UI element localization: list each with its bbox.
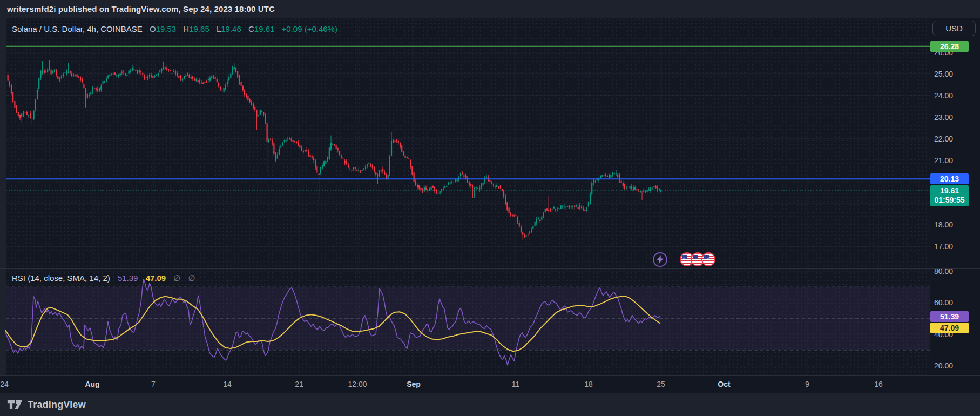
- time-axis-label: 14: [223, 380, 232, 388]
- ohlc-low-value: 19.46: [221, 24, 241, 33]
- symbol-header[interactable]: Solana / U.S. Dollar, 4h, COINBASE O19.5…: [12, 24, 337, 33]
- tradingview-logo-text: TradingView: [28, 399, 86, 411]
- flag-canton: [704, 255, 709, 259]
- time-axis-label: 21: [295, 380, 303, 388]
- time-axis-label: Oct: [718, 380, 730, 388]
- flag-canton: [693, 255, 698, 259]
- ohlc-high-value: 19.65: [189, 24, 209, 33]
- rsi-axis-label: 80.00: [934, 267, 953, 276]
- rsi-title[interactable]: RSI (14, close, SMA, 14, 2): [12, 273, 110, 283]
- ohlc-open-value: 19.53: [156, 24, 177, 33]
- rsi-ma-value-label: 47.09: [930, 323, 969, 333]
- ohlc-close-label: C: [248, 24, 254, 33]
- currency-toggle-button[interactable]: USD: [932, 21, 976, 36]
- empty-set-icon: ∅: [188, 273, 195, 283]
- last-price-countdown-label: 19.6101:59:55: [930, 185, 969, 206]
- price-change: +0.09 (+0.46%): [282, 24, 337, 33]
- publish-banner-text: writersmfd2i published on TradingView.co…: [7, 4, 275, 14]
- price-axis-label: 21.00: [934, 156, 953, 165]
- ohlc-low-label: L: [217, 24, 221, 33]
- rsi-indicator-header[interactable]: RSI (14, close, SMA, 14, 2) 51.39 47.09 …: [12, 273, 195, 283]
- time-axis-label: 9: [805, 380, 809, 388]
- flag-canton: [682, 255, 687, 259]
- time-axis-label: 25: [657, 380, 665, 388]
- us-flag-idea-icon[interactable]: [701, 252, 715, 266]
- alert-price-label: 26.28: [930, 41, 969, 52]
- ohlc-close-value: 19.61: [254, 24, 275, 33]
- bottom-bar: TradingView: [0, 393, 980, 416]
- rsi-axis-label: 60.00: [934, 298, 953, 307]
- ohlc-open-label: O: [150, 24, 156, 33]
- time-axis-label: 16: [874, 380, 883, 388]
- price-axis-label: 24.00: [934, 91, 953, 100]
- price-axis-label: 23.00: [934, 113, 953, 122]
- level-price-label: 20.13: [930, 173, 969, 184]
- price-axis-label: 17.00: [934, 242, 953, 251]
- tradingview-logo-icon: [7, 398, 23, 411]
- time-axis-separator: [0, 375, 980, 376]
- rsi-ma-value: 47.09: [146, 273, 166, 283]
- pane-separator[interactable]: [0, 268, 980, 269]
- time-axis-label: 12:00: [348, 380, 367, 388]
- time-axis-label: 18: [584, 380, 593, 388]
- symbol-title[interactable]: Solana / U.S. Dollar, 4h, COINBASE: [12, 24, 143, 33]
- empty-set-icon: ∅: [173, 273, 180, 283]
- price-axis-label: 18.00: [934, 220, 953, 229]
- time-axis-label: Aug: [85, 380, 99, 388]
- time-axis-label: 7: [151, 380, 156, 388]
- price-axis-label: 22.00: [934, 135, 953, 143]
- rsi-value-label: 51.39: [930, 311, 969, 322]
- time-axis-label: 24: [0, 380, 9, 388]
- price-chart-canvas[interactable]: [0, 18, 980, 393]
- time-axis-label: 11: [512, 380, 520, 388]
- lightning-bolt-glyph: [656, 255, 664, 264]
- publish-banner: writersmfd2i published on TradingView.co…: [0, 0, 980, 18]
- lightning-event-icon[interactable]: [653, 252, 667, 267]
- tradingview-logo[interactable]: TradingView: [7, 398, 86, 411]
- rsi-value: 51.39: [118, 273, 138, 283]
- time-axis-label: Sep: [407, 380, 421, 388]
- chart-region[interactable]: Solana / U.S. Dollar, 4h, COINBASE O19.5…: [0, 18, 980, 393]
- ohlc-high-label: H: [183, 24, 189, 33]
- rsi-axis-label: 20.00: [934, 361, 953, 370]
- price-axis-label: 25.00: [934, 70, 953, 78]
